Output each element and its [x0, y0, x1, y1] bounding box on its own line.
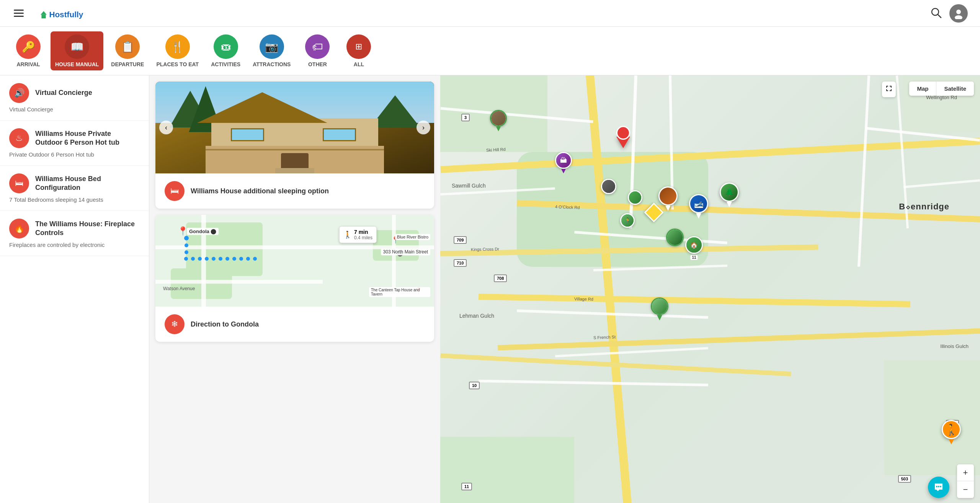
- zoom-in-button[interactable]: +: [957, 464, 974, 481]
- svg-line-4: [938, 15, 941, 18]
- map-info-box: 🚶 7 min 0.4 miles: [339, 226, 377, 243]
- svg-point-6: [955, 15, 962, 19]
- map-pin-walker[interactable]: 🚶: [942, 420, 961, 444]
- card-body-icon-gondola: ❄: [165, 314, 185, 334]
- card-sleeping-option[interactable]: ‹ › 🛏 Williams House additional sleeping…: [155, 82, 434, 209]
- map-pin-green-bottom[interactable]: [651, 297, 668, 320]
- list-item-fireplace[interactable]: 🔥 The Williams House: Fireplace Controls…: [0, 211, 149, 256]
- category-places-to-eat[interactable]: 🍴 PLACES TO EAT: [152, 31, 203, 70]
- main-location-pin: [616, 137, 630, 148]
- list-item-title-bed-config: Williams House Bed Configuration: [35, 175, 140, 193]
- card-image-sleeping: ‹ ›: [155, 82, 434, 173]
- map-pin-green-2[interactable]: 🏃: [620, 213, 635, 228]
- street-label: Watson Avenue: [163, 286, 195, 291]
- category-nav: 🔑 ARRIVAL 📖 HOUSE MANUAL 📋 DEPARTURE 🍴 P…: [0, 27, 980, 75]
- category-house-manual[interactable]: 📖 HOUSE MANUAL: [51, 31, 103, 70]
- avatar[interactable]: [949, 4, 968, 23]
- map-pin-green-top[interactable]: [490, 110, 507, 131]
- svg-point-8: [938, 486, 939, 487]
- svg-marker-0: [41, 11, 47, 15]
- category-departure[interactable]: 📋 DEPARTURE: [106, 31, 149, 70]
- list-item-title-fireplace: The Williams House: Fireplace Controls: [35, 220, 140, 238]
- list-item-title-hot-tub: Williams House Private Outdoor 6 Person …: [35, 129, 140, 147]
- map-pin-photo-2[interactable]: 🎿: [689, 194, 708, 219]
- bed-icon: 🛏: [15, 178, 23, 188]
- sidebar-list: 🔊 Virtual Concierge Virtual Concierge ♨ …: [0, 75, 149, 503]
- header: Hostfully: [0, 0, 980, 27]
- map-view-controls: Map Satellite: [909, 82, 974, 96]
- category-all[interactable]: ⊞ ALL: [340, 31, 378, 70]
- map-pin-photo-4[interactable]: [666, 229, 684, 246]
- map-panel: Ski Hill Rd 4 O'Clock Rd Kings Cross Dr …: [440, 75, 980, 503]
- hamburger-menu-button[interactable]: [12, 8, 25, 18]
- card-gondola[interactable]: 📍 Gondola ⬤ ⬤ 303 North Main Street Wats…: [155, 215, 434, 342]
- list-item-subtitle-fireplace: Fireplaces are controled by electronic: [9, 242, 140, 248]
- list-item-subtitle-virtual-concierge: Virtual Concierge: [9, 106, 140, 113]
- card-body-icon-sleeping: 🛏: [165, 181, 185, 201]
- svg-point-7: [936, 486, 938, 487]
- destination-label: 303 North Main Street: [381, 248, 430, 255]
- category-other[interactable]: 🏷 OTHER: [298, 31, 336, 70]
- svg-point-9: [940, 486, 941, 487]
- zoom-out-button[interactable]: −: [957, 481, 974, 498]
- zoom-controls: + −: [957, 464, 974, 498]
- card-body-title-gondola: Direction to Gondola: [191, 320, 259, 328]
- list-item-bed-config[interactable]: 🛏 Williams House Bed Configuration 7 Tot…: [0, 166, 149, 211]
- list-item-subtitle-hot-tub: Private Outdoor 6 Person Hot tub: [9, 151, 140, 158]
- map-pin-gray[interactable]: [601, 179, 616, 194]
- logo: Hostfully: [34, 5, 96, 22]
- svg-rect-1: [41, 15, 46, 19]
- map-pin-photo-5[interactable]: 🏠 11: [685, 236, 703, 254]
- card-body-title-sleeping: Williams House additional sleeping optio…: [191, 187, 329, 195]
- category-attractions[interactable]: 📷 ATTRACTIONS: [248, 31, 295, 70]
- map-pin-green-center[interactable]: [628, 190, 642, 205]
- fullscreen-button[interactable]: [882, 82, 896, 97]
- card-next-button[interactable]: ›: [416, 121, 430, 134]
- satellite-button[interactable]: Satellite: [936, 82, 974, 96]
- list-item-subtitle-bed-config: 7 Total Bedrooms sleeping 14 guests: [9, 196, 140, 203]
- content-panel: ‹ › 🛏 Williams House additional sleeping…: [149, 75, 440, 503]
- list-item-title-virtual-concierge: Virtual Concierge: [35, 88, 92, 97]
- map-pin-photo-3[interactable]: 🌲: [720, 183, 739, 207]
- gondola-label: Gondola ⬤: [187, 228, 219, 235]
- list-item-virtual-concierge[interactable]: 🔊 Virtual Concierge Virtual Concierge: [0, 75, 149, 121]
- tavern-label: The Canteen Tap House and Tavern: [369, 287, 430, 297]
- fireplace-icon: 🔥: [14, 224, 24, 234]
- hot-tub-icon: ♨: [15, 133, 23, 143]
- gondola-map-preview: 📍 Gondola ⬤ ⬤ 303 North Main Street Wats…: [155, 215, 434, 307]
- list-item-hot-tub[interactable]: ♨ Williams House Private Outdoor 6 Perso…: [0, 121, 149, 166]
- category-activities[interactable]: 🎟 ACTIVITIES: [206, 31, 245, 70]
- search-icon-button[interactable]: [930, 7, 942, 20]
- chat-button[interactable]: [928, 477, 949, 498]
- map-pin-photo-1[interactable]: [658, 186, 678, 211]
- card-prev-button[interactable]: ‹: [159, 121, 173, 134]
- map-button[interactable]: Map: [909, 82, 936, 96]
- category-arrival[interactable]: 🔑 ARRIVAL: [9, 31, 47, 70]
- speaker-icon: 🔊: [14, 88, 24, 98]
- svg-point-5: [956, 10, 961, 14]
- svg-text:Hostfully: Hostfully: [49, 10, 83, 19]
- bistro-label: Blue River Bistro: [395, 234, 430, 240]
- map-pin-purple[interactable]: 🏔: [555, 152, 572, 173]
